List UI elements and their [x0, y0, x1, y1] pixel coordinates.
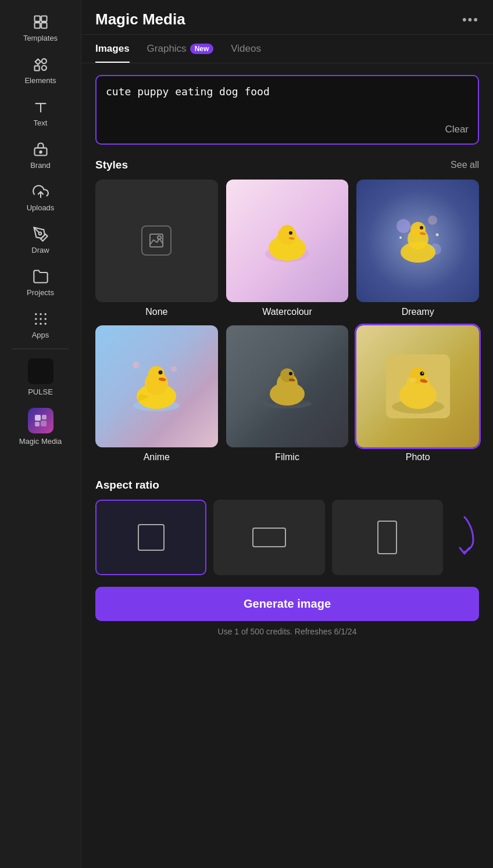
brand-icon [33, 141, 49, 157]
sidebar-item-magic-media[interactable]: Magic Media [0, 402, 81, 451]
upload-icon [33, 184, 49, 200]
svg-point-18 [44, 318, 47, 320]
styles-grid: None Watercolour [95, 180, 479, 462]
projects-icon [33, 268, 49, 285]
anime-duck-svg [124, 354, 188, 418]
aspect-ratio-title: Aspect ratio [95, 479, 159, 492]
style-filmic[interactable]: Filmic [226, 325, 349, 463]
style-label-filmic: Filmic [275, 452, 299, 462]
sidebar-item-pulse[interactable]: PULSE [0, 353, 81, 402]
svg-point-6 [41, 66, 46, 70]
svg-rect-5 [34, 66, 39, 70]
generate-button[interactable]: Generate image [95, 587, 479, 621]
style-thumb-dreamy [356, 180, 479, 302]
tab-graphics[interactable]: Graphics New [147, 43, 214, 63]
svg-point-41 [399, 236, 402, 239]
style-thumb-filmic [226, 325, 349, 448]
sidebar-label-apps: Apps [32, 331, 49, 339]
svg-point-4 [41, 59, 46, 63]
portrait-icon [377, 521, 397, 554]
more-options-button[interactable]: ••• [462, 12, 479, 27]
styles-title: Styles [95, 159, 128, 171]
style-thumb-watercolour [226, 180, 349, 302]
svg-point-32 [280, 225, 294, 236]
svg-point-62 [422, 372, 423, 374]
sidebar-item-templates[interactable]: Templates [0, 6, 81, 48]
aspect-ratio-grid [95, 500, 479, 575]
sidebar-label-projects: Projects [27, 288, 54, 297]
svg-rect-1 [41, 16, 47, 21]
curved-arrow-icon [453, 514, 476, 561]
sidebar-label-magic-media: Magic Media [19, 437, 62, 446]
svg-rect-2 [34, 23, 40, 28]
dreamy-duck-svg [386, 209, 450, 272]
sidebar: Templates Elements Text Brand Up [0, 0, 81, 868]
content-area: cute puppy eating dog food Clear Styles … [81, 63, 493, 868]
prompt-input[interactable]: cute puppy eating dog food [106, 85, 469, 132]
style-none[interactable]: None [95, 180, 218, 317]
svg-point-42 [435, 234, 438, 236]
svg-point-35 [428, 216, 437, 225]
aspect-portrait[interactable] [332, 500, 443, 575]
watercolour-duck-svg [255, 209, 319, 272]
main-content: Magic Media ••• Images Graphics New Vide… [81, 0, 493, 868]
aspect-more-arrow[interactable] [450, 514, 479, 561]
aspect-square[interactable] [95, 500, 206, 575]
svg-point-33 [289, 231, 292, 235]
sidebar-divider [12, 349, 69, 349]
style-thumb-none [95, 180, 218, 302]
style-watercolour[interactable]: Watercolour [226, 180, 349, 317]
svg-point-55 [289, 372, 292, 375]
svg-point-13 [35, 313, 37, 315]
aspect-ratio-section: Aspect ratio [95, 479, 479, 575]
svg-point-63 [410, 378, 417, 382]
svg-point-40 [420, 226, 423, 229]
filmic-duck-svg [255, 354, 319, 418]
svg-point-49 [159, 371, 163, 375]
svg-point-27 [158, 236, 161, 239]
svg-point-44 [171, 366, 177, 372]
style-dreamy[interactable]: Dreamy [356, 180, 479, 317]
grid-icon [33, 14, 49, 30]
sidebar-label-draw: Draw [31, 246, 49, 254]
sidebar-item-elements[interactable]: Elements [0, 48, 81, 91]
svg-rect-25 [41, 421, 47, 426]
aspect-landscape[interactable] [213, 500, 324, 575]
magic-media-icon [28, 408, 53, 433]
square-icon [138, 524, 165, 551]
style-label-none: None [145, 307, 167, 317]
sidebar-item-apps[interactable]: Apps [0, 303, 81, 345]
elements-icon [33, 56, 49, 73]
svg-rect-22 [35, 415, 41, 421]
sidebar-label-brand: Brand [30, 161, 51, 170]
sidebar-item-draw[interactable]: Draw [0, 218, 81, 260]
tab-videos[interactable]: Videos [231, 43, 261, 63]
svg-point-17 [40, 318, 42, 320]
sidebar-item-brand[interactable]: Brand [0, 133, 81, 175]
sidebar-item-uploads[interactable]: Uploads [0, 175, 81, 218]
style-anime[interactable]: Anime [95, 325, 218, 463]
sidebar-item-text[interactable]: Text [0, 91, 81, 133]
sidebar-item-projects[interactable]: Projects [0, 260, 81, 303]
svg-point-15 [44, 313, 47, 315]
see-all-button[interactable]: See all [451, 160, 479, 170]
svg-point-12 [38, 232, 41, 235]
footer-credits: Use 1 of 500 credits. Refreshes 6/1/24 [95, 627, 479, 642]
page-header: Magic Media ••• [81, 0, 493, 35]
svg-rect-23 [42, 415, 47, 419]
sidebar-label-elements: Elements [24, 76, 56, 85]
clear-button[interactable]: Clear [445, 124, 469, 135]
pulse-icon [28, 358, 53, 384]
style-label-photo: Photo [406, 452, 430, 462]
svg-point-20 [40, 322, 42, 325]
page-title: Magic Media [95, 10, 185, 28]
svg-point-34 [396, 219, 410, 233]
tab-images[interactable]: Images [95, 43, 130, 63]
apps-icon [33, 311, 49, 327]
style-label-dreamy: Dreamy [402, 307, 434, 317]
svg-rect-24 [35, 422, 40, 426]
styles-header: Styles See all [95, 159, 479, 171]
svg-rect-3 [41, 23, 47, 28]
svg-point-14 [40, 313, 42, 315]
style-photo[interactable]: Photo [356, 325, 479, 463]
